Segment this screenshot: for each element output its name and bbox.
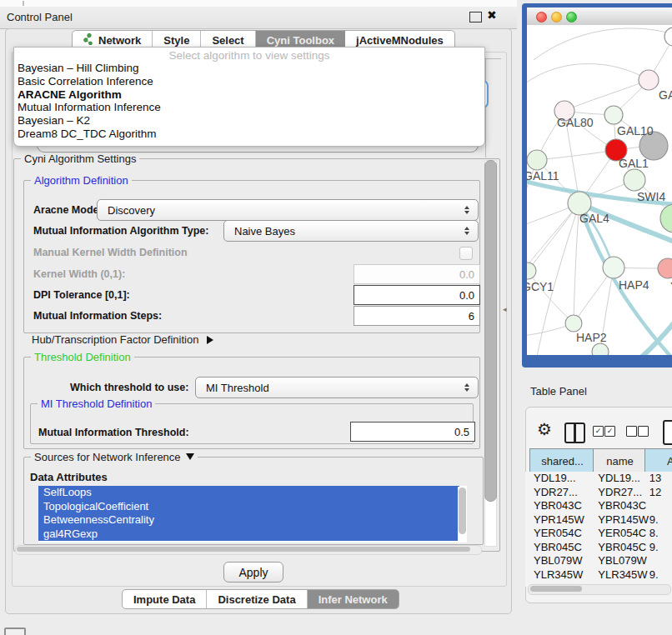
mi-type-combo[interactable]: Naive Bayes [223, 220, 479, 242]
unchecked-checkbox-icon[interactable] [638, 426, 649, 437]
dropdown-item[interactable]: Basic Correlation Inference [14, 75, 484, 88]
column-header-name[interactable]: name [593, 448, 647, 473]
attribute-item[interactable]: BetweennessCentrality [38, 513, 459, 528]
gear-icon[interactable]: ⚙ [537, 420, 552, 438]
manual-kernel-checkbox[interactable] [459, 247, 473, 260]
attribute-item[interactable]: SelfLoops [38, 486, 459, 500]
dpi-tolerance-label: DPI Tolerance [0,1]: [33, 289, 130, 301]
attributes-scrollbar-thumb[interactable] [459, 488, 466, 534]
collapse-down-icon [186, 453, 194, 460]
mi-threshold-label: Mutual Information Threshold: [38, 427, 189, 438]
table-row[interactable]: YBR043C YBR043C [525, 499, 672, 513]
dropdown-item[interactable]: Mutual Information Inference [14, 101, 484, 114]
node-label: GAL [659, 88, 672, 102]
tab-network-label: Network [98, 34, 141, 47]
cell: YER054C [525, 527, 598, 541]
tab-impute-data[interactable]: Impute Data [123, 590, 207, 608]
apply-button[interactable]: Apply [223, 562, 283, 582]
float-window-icon[interactable] [469, 12, 482, 22]
node-label: GAL10 [617, 124, 654, 138]
network-window-titlebar[interactable] [527, 8, 672, 26]
dropdown-item[interactable]: Dream8 DC_TDC Algorithm [14, 128, 484, 141]
control-panel-titlebar [0, 7, 517, 29]
cell: YBR043C [525, 499, 598, 513]
node-label: HAP4 [619, 278, 649, 292]
node-hap4[interactable] [603, 257, 624, 278]
node-salmon[interactable] [658, 258, 672, 278]
checked-checkbox-icon[interactable]: ✓ [604, 426, 615, 437]
cell: 8. [649, 527, 672, 541]
hub-definition-label: Hub/Transcription Factor Definition [32, 333, 198, 346]
tab-jactivemnodules-label: jActiveMNodules [356, 34, 444, 47]
tab-cyni-toolbox-label: Cyni Toolbox [267, 34, 334, 47]
attribute-item[interactable]: gal4RGexp [38, 528, 459, 542]
which-threshold-combo[interactable]: MI Threshold [195, 377, 479, 398]
node-gal-partial[interactable] [639, 70, 659, 90]
zoom-traffic-light[interactable] [566, 12, 577, 22]
tab-infer-network[interactable]: Infer Network [308, 590, 399, 608]
data-attributes-list: SelfLoops TopologicalCoefficient Between… [38, 486, 467, 542]
column-header-shared[interactable]: shared... [529, 448, 595, 473]
node-hap2[interactable] [565, 315, 582, 332]
dpi-tolerance-field[interactable]: 0.0 [354, 285, 480, 305]
cell: YBL079W [598, 554, 649, 568]
table-row[interactable]: YBR045C YBR045C 9. [525, 541, 672, 555]
cell: YBR043C [598, 499, 649, 513]
table-row[interactable]: YER054C YER054C 8. [525, 527, 672, 541]
sources-group-title[interactable]: Sources for Network Inference [31, 451, 198, 463]
cell: YPR145W [525, 513, 598, 528]
document-icon[interactable] [663, 420, 672, 445]
table-hscrollbar-thumb[interactable] [530, 586, 582, 592]
table-row[interactable]: YLR345W YLR345W 9. [525, 568, 672, 582]
mi-threshold-field[interactable]: 0.5 [350, 422, 475, 442]
attribute-item[interactable]: TopologicalCoefficient [38, 500, 459, 514]
unchecked-checkbox-icon[interactable] [626, 426, 637, 437]
column-header-partial[interactable]: A [644, 448, 672, 473]
cell [649, 499, 672, 513]
manual-kernel-label: Manual Kernel Width Definition [33, 247, 188, 258]
splitter-collapse-icon[interactable]: ◂ [503, 305, 507, 313]
tab-discretize-data-label: Discretize Data [218, 593, 295, 606]
node-partial-top[interactable] [664, 28, 672, 46]
close-traffic-light[interactable] [536, 12, 547, 22]
table-row[interactable]: YDL19... YDL19... 13 [525, 472, 672, 486]
node-gcy1[interactable] [527, 262, 536, 279]
settings-hscrollbar-thumb[interactable] [17, 547, 470, 552]
close-icon[interactable]: ✖ [487, 8, 497, 22]
network-canvas[interactable]: GAL GAL80 GAL10 GAL1 GAL11 SWI4 GAL4 GCY… [527, 25, 672, 355]
node-partial-bottom[interactable] [592, 343, 609, 355]
node-label: SWI4 [637, 190, 665, 203]
node-green-partial[interactable] [660, 204, 672, 232]
tab-infer-network-label: Infer Network [318, 593, 388, 606]
tab-discretize-data[interactable]: Discretize Data [207, 590, 307, 608]
dropdown-item-selected[interactable]: ARACNE Algorithm [14, 88, 484, 102]
dropdown-item[interactable]: Bayesian – Hill Climbing [14, 62, 484, 75]
algorithm-dropdown-popup: Select algorithm to view settings Bayesi… [13, 47, 485, 147]
node-gal10[interactable] [604, 106, 623, 124]
cell: YLR345W [598, 568, 649, 582]
kernel-width-field[interactable]: 0.0 [354, 264, 480, 284]
tab-impute-data-label: Impute Data [133, 593, 195, 606]
table-row[interactable]: YPR145W YPR145W 9. [525, 513, 672, 528]
cell: YBR045C [598, 541, 649, 555]
columns-icon[interactable] [564, 422, 585, 443]
node-gal11[interactable] [527, 150, 547, 170]
aracne-mode-combo[interactable]: Discovery [97, 199, 479, 221]
dropdown-item[interactable]: Bayesian – K2 [14, 114, 484, 128]
node-swi4[interactable] [624, 169, 645, 191]
settings-scrollbar-thumb[interactable] [484, 160, 497, 502]
mi-type-label: Mutual Information Algorithm Type: [33, 225, 208, 237]
table-row[interactable]: YDR27... YDR27... 12 [525, 486, 672, 500]
node-label: HAP2 [576, 331, 607, 344]
app-window: Control Panel ✖ Network Style Select [0, 0, 672, 635]
hub-definition-expander[interactable]: Hub/Transcription Factor Definition [32, 333, 213, 346]
minimize-traffic-light[interactable] [551, 12, 562, 22]
expander-right-icon [207, 336, 213, 344]
table-row[interactable]: YBL079W YBL079W [525, 554, 672, 568]
toolbar-separator [23, 1, 24, 6]
network-icon [83, 33, 93, 48]
checked-checkbox-icon[interactable]: ✓ [593, 426, 604, 437]
floating-panel-icon[interactable] [4, 628, 26, 635]
control-panel-title: Control Panel [7, 11, 73, 23]
mi-steps-field[interactable]: 6 [354, 306, 480, 326]
